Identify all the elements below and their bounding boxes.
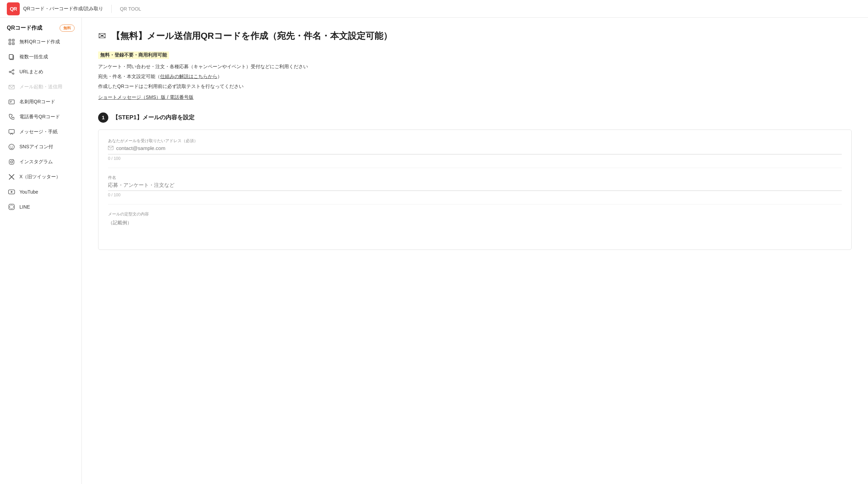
page-title: 【無料】メール送信用QRコードを作成（宛先・件名・本文設定可能） (111, 30, 392, 42)
body-label: メールの定型文の内容 (108, 211, 842, 217)
step1-section: 1 【STEP1】メールの内容を設定 あなたがメールを受け取りたいアドレス（必須… (98, 112, 852, 250)
email-input-wrap (108, 145, 842, 154)
sidebar-item-mail-send: メール起動・送信用 (0, 79, 81, 94)
sidebar-item-label: メッセージ・手紙 (19, 129, 58, 135)
header-divider (111, 5, 112, 13)
card-icon (8, 98, 15, 106)
svg-point-13 (13, 73, 14, 74)
sidebar-item-youtube[interactable]: YouTube (0, 184, 81, 199)
svg-rect-6 (10, 43, 10, 44)
form-divider-2 (108, 204, 842, 205)
svg-rect-20 (9, 130, 14, 133)
sidebar-item-label: インスタグラム (19, 159, 53, 165)
email-field-icon (108, 145, 113, 151)
subject-counter: 0 / 100 (108, 193, 842, 197)
svg-marker-28 (11, 191, 13, 193)
email-input[interactable] (116, 145, 842, 151)
desc-link[interactable]: 仕組みの解説はこちらから (160, 74, 217, 79)
subject-input-wrap (108, 182, 842, 191)
sidebar-item-twitter[interactable]: X（旧ツイッター） (0, 169, 81, 184)
desc-line3: 作成したQRコードはご利用前に必ず読取テストを行なってください (98, 82, 852, 91)
svg-rect-5 (13, 40, 14, 41)
desc-line2-prefix: 宛先・件名・本文設定可能（ (98, 74, 160, 79)
step1-form: あなたがメールを受け取りたいアドレス（必須） 0 / 100 (98, 130, 852, 250)
highlight-tag: 無料・登録不要・商用利用可能 (98, 51, 169, 59)
app-name: QRコード・バーコード作成/読み取り (23, 6, 103, 12)
sidebar-section-title: QRコード作成 無料 (0, 22, 81, 34)
tool-name: QR TOOL (120, 6, 141, 12)
free-badge: 無料 (60, 25, 75, 32)
desc-line4: ショートメッセージ（SMS）版 / 電話番号版 (98, 93, 852, 102)
svg-rect-7 (13, 43, 14, 44)
sidebar-item-message[interactable]: メッセージ・手紙 (0, 124, 81, 139)
svg-point-11 (13, 70, 14, 71)
youtube-icon (8, 188, 15, 196)
desc-line2-suffix: ） (217, 74, 222, 79)
step1-header: 1 【STEP1】メールの内容を設定 (98, 112, 852, 123)
svg-point-12 (9, 71, 11, 73)
svg-point-23 (12, 146, 13, 147)
sidebar-item-bulk-generate[interactable]: 複数一括生成 (0, 49, 81, 64)
share-icon (8, 68, 15, 76)
instagram-icon (8, 158, 15, 166)
sidebar-item-label: LINE (19, 204, 30, 210)
sidebar-item-business-card[interactable]: 名刺用QRコード (0, 94, 81, 109)
message-icon (8, 128, 15, 136)
line-icon (8, 203, 15, 211)
smile-icon (8, 143, 15, 151)
description-block: 無料・登録不要・商用利用可能 アンケート・問い合わせ・注文・各種応募（キャンペー… (98, 51, 852, 102)
sidebar-item-sns-icon[interactable]: SNSアイコン付 (0, 139, 81, 154)
sidebar-item-line[interactable]: LINE (0, 199, 81, 214)
sidebar-title-text: QRコード作成 (7, 25, 42, 32)
page-heading-icon: ✉ (98, 30, 106, 42)
sidebar-item-label: メール起動・送信用 (19, 84, 62, 90)
sms-link[interactable]: ショートメッセージ（SMS）版 / 電話番号版 (98, 94, 193, 100)
logo-area: QR QRコード・バーコード作成/読み取り (7, 2, 103, 15)
sidebar-item-label: 電話番号QRコード (19, 114, 60, 120)
sidebar-item-url-collection[interactable]: URLまとめ (0, 64, 81, 79)
phone-icon (8, 113, 15, 121)
email-counter: 0 / 100 (108, 156, 842, 161)
subject-field-group: 件名 0 / 100 (108, 175, 842, 197)
layout: QRコード作成 無料 無料QRコード作成 (0, 18, 868, 484)
svg-point-26 (13, 160, 14, 161)
email-field-group: あなたがメールを受け取りたいアドレス（必須） 0 / 100 (108, 138, 842, 161)
mail-icon (8, 83, 15, 91)
sidebar-item-label: URLまとめ (19, 69, 43, 75)
header: QR QRコード・バーコード作成/読み取り QR TOOL (0, 0, 868, 18)
svg-point-21 (9, 144, 14, 150)
svg-rect-4 (10, 40, 10, 41)
subject-label: 件名 (108, 175, 842, 181)
sidebar: QRコード作成 無料 無料QRコード作成 (0, 18, 82, 484)
page-heading: ✉ 【無料】メール送信用QRコードを作成（宛先・件名・本文設定可能） (98, 30, 852, 42)
desc-line2: 宛先・件名・本文設定可能（仕組みの解説はこちらから） (98, 72, 852, 81)
subject-input[interactable] (108, 182, 842, 188)
sidebar-item-label: SNSアイコン付 (19, 144, 53, 150)
sidebar-item-free-qr[interactable]: 無料QRコード作成 (0, 34, 81, 49)
sidebar-item-instagram[interactable]: インスタグラム (0, 154, 81, 169)
svg-point-25 (11, 161, 13, 163)
logo-box: QR (7, 2, 20, 15)
sidebar-item-phone-qr[interactable]: 電話番号QRコード (0, 109, 81, 124)
sidebar-item-label: 無料QRコード作成 (19, 39, 60, 45)
body-textarea[interactable] (108, 220, 842, 240)
body-field-group: メールの定型文の内容 (108, 211, 842, 241)
copy-icon (8, 53, 15, 61)
grid-icon (8, 38, 15, 46)
svg-line-14 (11, 71, 13, 72)
sidebar-item-label: 名刺用QRコード (19, 99, 55, 105)
sidebar-item-label: X（旧ツイッター） (19, 174, 61, 180)
svg-point-22 (11, 146, 11, 147)
svg-line-15 (11, 72, 13, 73)
svg-rect-9 (9, 55, 13, 59)
main-content: ✉ 【無料】メール送信用QRコードを作成（宛先・件名・本文設定可能） 無料・登録… (82, 18, 868, 484)
step1-number: 1 (98, 112, 108, 123)
email-label: あなたがメールを受け取りたいアドレス（必須） (108, 138, 842, 144)
step1-title: 【STEP1】メールの内容を設定 (112, 114, 195, 121)
sidebar-item-label: 複数一括生成 (19, 54, 48, 60)
sidebar-item-label: YouTube (19, 189, 38, 195)
form-divider (108, 168, 842, 168)
svg-rect-17 (9, 100, 14, 104)
x-icon (8, 173, 15, 181)
desc-line1: アンケート・問い合わせ・注文・各種応募（キャンペーンやイベント）受付などにご利用… (98, 62, 852, 71)
